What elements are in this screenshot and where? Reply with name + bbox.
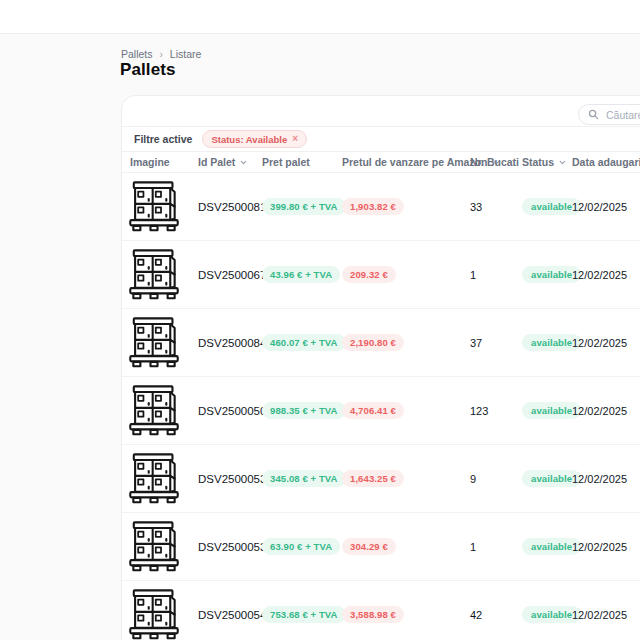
date-added: 12/02/2025 bbox=[564, 269, 640, 281]
column-header-label: Id Palet bbox=[198, 156, 235, 168]
amazon-price-cell: 1,903.82 € bbox=[334, 198, 462, 215]
pallet-image-cell bbox=[122, 588, 190, 640]
search-input[interactable] bbox=[604, 108, 640, 122]
pallet-image-cell bbox=[122, 452, 190, 505]
amazon-price-badge: 2,190.80 € bbox=[342, 334, 404, 351]
remove-filter-icon[interactable]: × bbox=[292, 134, 298, 144]
search-icon bbox=[588, 109, 599, 120]
amazon-price-badge: 4,706.41 € bbox=[342, 402, 404, 419]
date-added: 12/02/2025 bbox=[564, 405, 640, 417]
date-added: 12/02/2025 bbox=[564, 609, 640, 621]
filter-chip-label: Status: Available bbox=[211, 134, 287, 145]
column-header-label: Nr. Bucati bbox=[470, 156, 519, 168]
column-header-status[interactable]: Status bbox=[514, 156, 564, 168]
pallet-icon bbox=[125, 588, 183, 640]
amazon-price-cell: 3,588.98 € bbox=[334, 606, 462, 623]
main-content: Pallets › Listare Pallets Filtre active … bbox=[0, 33, 640, 640]
sort-chevron-icon bbox=[239, 158, 248, 167]
quantity-value: 1 bbox=[462, 541, 514, 553]
amazon-price-cell: 4,706.41 € bbox=[334, 402, 462, 419]
column-header-pret-palet: Pret palet bbox=[254, 156, 334, 168]
pallet-table-body: DSV25000811 399.80 € + TVA 1,903.82 € 33… bbox=[122, 173, 640, 640]
column-header-nr-bucati: Nr. Bucati bbox=[462, 156, 514, 168]
column-header-label: Pret palet bbox=[262, 156, 310, 168]
pallets-card: Filtre active Status: Available × Imagin… bbox=[121, 95, 640, 640]
pallet-id: DSV25000531 bbox=[190, 473, 254, 485]
price-badge: 345.08 € + TVA bbox=[262, 470, 346, 487]
table-row[interactable]: DSV25000501 988.35 € + TVA 4,706.41 € 12… bbox=[122, 377, 640, 445]
price-cell: 399.80 € + TVA bbox=[254, 198, 334, 215]
status-cell: available bbox=[514, 198, 564, 215]
quantity-value: 1 bbox=[462, 269, 514, 281]
price-cell: 345.08 € + TVA bbox=[254, 470, 334, 487]
table-row[interactable]: DSV25000531 345.08 € + TVA 1,643.25 € 9 … bbox=[122, 445, 640, 513]
pallet-id: DSV25000672 bbox=[190, 269, 254, 281]
price-badge: 460.07 € + TVA bbox=[262, 334, 346, 351]
quantity-value: 9 bbox=[462, 473, 514, 485]
price-cell: 460.07 € + TVA bbox=[254, 334, 334, 351]
pallet-icon bbox=[125, 520, 183, 573]
pallet-image-cell bbox=[122, 316, 190, 369]
amazon-price-cell: 1,643.25 € bbox=[334, 470, 462, 487]
search-box[interactable] bbox=[578, 104, 640, 125]
date-added: 12/02/2025 bbox=[564, 201, 640, 213]
price-cell: 43.96 € + TVA bbox=[254, 266, 334, 283]
top-strip bbox=[0, 0, 640, 34]
status-cell: available bbox=[514, 334, 564, 351]
pallet-icon bbox=[125, 248, 183, 301]
column-header-data-adaugarii[interactable]: Data adaugarii bbox=[564, 156, 640, 168]
price-cell: 753.68 € + TVA bbox=[254, 606, 334, 623]
status-cell: available bbox=[514, 402, 564, 419]
pallet-icon bbox=[125, 180, 183, 233]
filter-chip-status-available[interactable]: Status: Available × bbox=[202, 130, 307, 148]
column-header-id-palet[interactable]: Id Palet bbox=[190, 156, 254, 168]
breadcrumb-separator-icon: › bbox=[160, 49, 163, 60]
amazon-price-badge: 3,588.98 € bbox=[342, 606, 404, 623]
price-badge: 753.68 € + TVA bbox=[262, 606, 346, 623]
pallet-icon bbox=[125, 316, 183, 369]
pallet-id: DSV25000811 bbox=[190, 201, 254, 213]
table-row[interactable]: DSV25000672 43.96 € + TVA 209.32 € 1 ava… bbox=[122, 241, 640, 309]
column-header-label: Imagine bbox=[130, 156, 170, 168]
status-cell: available bbox=[514, 266, 564, 283]
amazon-price-badge: 1,903.82 € bbox=[342, 198, 404, 215]
amazon-price-cell: 304.29 € bbox=[334, 538, 462, 555]
date-added: 12/02/2025 bbox=[564, 541, 640, 553]
price-cell: 63.90 € + TVA bbox=[254, 538, 334, 555]
active-filters-bar: Filtre active Status: Available × bbox=[122, 126, 640, 152]
table-row[interactable]: DSV25000532 63.90 € + TVA 304.29 € 1 ava… bbox=[122, 513, 640, 581]
pallet-image-cell bbox=[122, 180, 190, 233]
breadcrumb-item-pallets[interactable]: Pallets bbox=[121, 48, 153, 60]
amazon-price-badge: 1,643.25 € bbox=[342, 470, 404, 487]
column-header-pretul-de-vanzare-pe-amazon[interactable]: Pretul de vanzare pe Amazon bbox=[334, 156, 462, 168]
quantity-value: 33 bbox=[462, 201, 514, 213]
pallet-image-cell bbox=[122, 520, 190, 573]
table-row[interactable]: DSV25000544 753.68 € + TVA 3,588.98 € 42… bbox=[122, 581, 640, 640]
amazon-price-cell: 209.32 € bbox=[334, 266, 462, 283]
price-badge: 43.96 € + TVA bbox=[262, 266, 340, 283]
active-filters-label: Filtre active bbox=[134, 133, 192, 145]
price-badge: 988.35 € + TVA bbox=[262, 402, 346, 419]
card-header bbox=[122, 96, 640, 126]
breadcrumb-item-listare[interactable]: Listare bbox=[170, 48, 202, 60]
pallet-icon bbox=[125, 452, 183, 505]
table-row[interactable]: DSV25000840 460.07 € + TVA 2,190.80 € 37… bbox=[122, 309, 640, 377]
price-badge: 399.80 € + TVA bbox=[262, 198, 346, 215]
column-header-imagine: Imagine bbox=[122, 156, 190, 168]
table-header-row: ImagineId PaletPret paletPretul de vanza… bbox=[122, 152, 640, 173]
table-row[interactable]: DSV25000811 399.80 € + TVA 1,903.82 € 33… bbox=[122, 173, 640, 241]
quantity-value: 123 bbox=[462, 405, 514, 417]
pallet-id: DSV25000840 bbox=[190, 337, 254, 349]
quantity-value: 42 bbox=[462, 609, 514, 621]
pallet-id: DSV25000532 bbox=[190, 541, 254, 553]
column-header-label: Data adaugarii bbox=[572, 156, 640, 168]
column-header-label: Status bbox=[522, 156, 554, 168]
pallet-id: DSV25000544 bbox=[190, 609, 254, 621]
status-cell: available bbox=[514, 606, 564, 623]
price-cell: 988.35 € + TVA bbox=[254, 402, 334, 419]
pallet-image-cell bbox=[122, 248, 190, 301]
date-added: 12/02/2025 bbox=[564, 473, 640, 485]
date-added: 12/02/2025 bbox=[564, 337, 640, 349]
pallet-id: DSV25000501 bbox=[190, 405, 254, 417]
price-badge: 63.90 € + TVA bbox=[262, 538, 340, 555]
